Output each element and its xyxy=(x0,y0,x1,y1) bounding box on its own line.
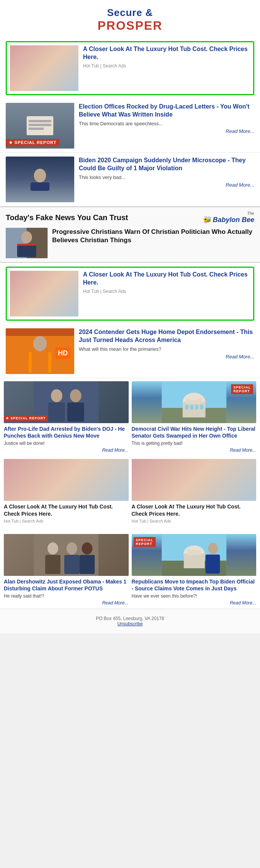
babylon-article: Progressive Christians Warn Of Christian… xyxy=(6,228,254,258)
grid-hot-tub-right-title[interactable]: A Closer Look At The Luxury Hot Tub Cost… xyxy=(132,503,257,517)
grid-item-republicans-impeach: SPECIALREPORT Republicans Move to Impeac… xyxy=(132,534,257,606)
article-biden-campaign: Biden 2020 Campaign Suddenly Under Micro… xyxy=(0,153,260,206)
babylon-article-title[interactable]: Progressive Christians Warn Of Christian… xyxy=(52,228,254,245)
babylon-header: Today's Fake News You Can Trust The 🐝 Ba… xyxy=(6,211,254,224)
grid-democrat-civil-war-title[interactable]: Democrat Civil War Hits New Height - Top… xyxy=(132,425,257,439)
svg-rect-45 xyxy=(187,550,201,555)
ad-hot-tub-2-source: Hot Tub | Search Ads xyxy=(83,289,250,294)
svg-rect-33 xyxy=(200,405,203,409)
article-biden-campaign-content: Biden 2020 Campaign Suddenly Under Micro… xyxy=(79,157,254,188)
svg-rect-40 xyxy=(80,555,95,574)
article-homedepot-readmore[interactable]: Read More... xyxy=(79,354,254,360)
svg-point-35 xyxy=(48,542,58,555)
grid-democrat-civil-war-image: SPECIALREPORT xyxy=(132,381,257,423)
article-biden-campaign-image xyxy=(6,157,74,202)
grid-row-2: Alan Dershowitz Just Exposed Obama - Mak… xyxy=(0,531,260,609)
svg-rect-32 xyxy=(195,405,198,409)
babylon-logo-the: The xyxy=(203,211,254,216)
ad-hot-tub-1-content: A Closer Look At The Luxury Hot Tub Cost… xyxy=(83,45,250,70)
grid-item-democrat-civil-war: SPECIALREPORT Democrat Civil War Hits Ne… xyxy=(132,381,257,453)
footer-address: PO Box 455, Leesburg, VA 20178 xyxy=(7,616,253,621)
grid-hot-tub-left-title[interactable]: A Closer Look At The Luxury Hot Tub Cost… xyxy=(4,503,129,517)
article-biden-campaign-title[interactable]: Biden 2020 Campaign Suddenly Under Micro… xyxy=(79,157,254,173)
svg-point-4 xyxy=(34,169,46,182)
grid-republicans-impeach-title[interactable]: Republicans Move to Impeach Top Biden Of… xyxy=(132,578,257,592)
article-election-offices-title[interactable]: Election Offices Rocked by Drug-Laced Le… xyxy=(79,103,254,119)
grid-dershowitz-desc: He really said that!? xyxy=(4,593,129,599)
ad-hot-tub-2[interactable]: A Closer Look At The Luxury Hot Tub Cost… xyxy=(6,267,254,321)
grid-prolifer-title[interactable]: After Pro-Life Dad Arrested by Biden's D… xyxy=(4,425,129,439)
logo: Secure & PROSPER xyxy=(4,7,256,33)
grid-dershowitz-image xyxy=(4,534,129,576)
svg-rect-38 xyxy=(64,555,80,574)
grid-prolifer-desc: Justice will be done! xyxy=(4,441,129,446)
article-homedepot-title[interactable]: 2024 Contender Gets Huge Home Depot Endo… xyxy=(79,328,254,344)
svg-rect-16 xyxy=(32,352,48,373)
svg-rect-23 xyxy=(67,403,84,422)
grid-prolifer-image: SPECIAL REPORT xyxy=(4,381,129,423)
svg-point-20 xyxy=(51,389,62,402)
babylon-logo-text: 🐝 Babylon Bee xyxy=(203,216,254,224)
article-homedepot-content: 2024 Contender Gets Huge Home Depot Endo… xyxy=(79,328,254,360)
svg-point-46 xyxy=(208,543,218,554)
grid-item-hot-tub-left[interactable]: A Closer Look At The Luxury Hot Tub Cost… xyxy=(4,459,129,523)
grid-dershowitz-readmore[interactable]: Read More... xyxy=(4,600,129,606)
special-report-badge-civil-war: SPECIALREPORT xyxy=(231,384,253,394)
babylon-logo: The 🐝 Babylon Bee xyxy=(203,211,254,224)
svg-rect-3 xyxy=(29,128,44,130)
article-election-offices-desc: This time Democrats are speechless... xyxy=(79,121,254,126)
ad-hot-tub-1-title[interactable]: A Closer Look At The Luxury Hot Tub Cost… xyxy=(83,45,250,61)
babylon-bee-icon: 🐝 xyxy=(203,216,213,224)
ad-hot-tub-2-title[interactable]: A Closer Look At The Luxury Hot Tub Cost… xyxy=(83,271,250,287)
special-report-badge-prolifer: SPECIAL REPORT xyxy=(4,416,48,421)
article-homedepot: HD 2024 Contender Gets Huge Home Depot E… xyxy=(0,325,260,378)
page-container: Secure & PROSPER A Closer Look At The Lu… xyxy=(0,0,260,633)
grid-prolifer-readmore[interactable]: Read More... xyxy=(4,448,129,453)
grid-dershowitz-title[interactable]: Alan Dershowitz Just Exposed Obama - Mak… xyxy=(4,578,129,592)
babylon-article-image xyxy=(6,228,48,258)
grid-item-dershowitz: Alan Dershowitz Just Exposed Obama - Mak… xyxy=(4,534,129,606)
grid-hot-tub-right-image xyxy=(132,459,257,501)
article-biden-campaign-desc: This looks very bad... xyxy=(79,174,254,180)
svg-rect-44 xyxy=(183,554,204,568)
article-biden-campaign-readmore[interactable]: Read More... xyxy=(79,182,254,188)
ad-hot-tub-1-source: Hot Tub | Search Ads xyxy=(83,63,250,69)
svg-text:HD: HD xyxy=(58,349,68,357)
svg-point-39 xyxy=(82,542,93,555)
svg-rect-21 xyxy=(48,403,65,422)
grid-hot-tub-left-image xyxy=(4,459,129,501)
svg-rect-36 xyxy=(45,555,61,574)
special-report-badge-election: SPECIAL REPORT xyxy=(6,139,59,146)
unsubscribe-link[interactable]: Unsubscribe xyxy=(117,621,143,627)
article-election-offices-image: SPECIAL REPORT xyxy=(6,103,74,149)
svg-rect-30 xyxy=(185,405,188,409)
ad-hot-tub-1-image xyxy=(10,45,78,91)
logo-prosper-text: PROSPER xyxy=(4,19,256,33)
grid-republicans-impeach-readmore[interactable]: Read More... xyxy=(132,600,257,606)
article-election-offices-readmore[interactable]: Read More... xyxy=(79,128,254,134)
svg-rect-13 xyxy=(6,328,74,336)
grid-hot-tub-right-source: Hot Tub | Search Ads xyxy=(132,519,257,523)
svg-point-9 xyxy=(21,231,32,243)
article-election-offices: SPECIAL REPORT Election Offices Rocked b… xyxy=(0,99,260,153)
footer: PO Box 455, Leesburg, VA 20178 Unsubscri… xyxy=(0,609,260,633)
grid-hot-tub-left-source: Hot Tub | Search Ads xyxy=(4,519,129,523)
grid-democrat-civil-war-readmore[interactable]: Read More... xyxy=(132,448,257,453)
grid-republicans-impeach-image: SPECIALREPORT xyxy=(132,534,257,576)
svg-rect-5 xyxy=(30,182,49,191)
ad-hot-tub-1[interactable]: A Closer Look At The Luxury Hot Tub Cost… xyxy=(6,41,254,95)
header: Secure & PROSPER xyxy=(0,0,260,37)
svg-point-22 xyxy=(70,389,81,402)
svg-point-14 xyxy=(33,336,47,351)
ad-hot-tub-2-image xyxy=(10,271,78,317)
logo-secure-text: Secure & xyxy=(107,7,153,18)
svg-rect-1 xyxy=(29,120,51,122)
grid-item-hot-tub-right[interactable]: A Closer Look At The Luxury Hot Tub Cost… xyxy=(132,459,257,523)
article-homedepot-image: HD xyxy=(6,328,74,374)
article-homedepot-desc: What will this mean for the primaries? xyxy=(79,346,254,352)
ad-hot-tub-2-content: A Closer Look At The Luxury Hot Tub Cost… xyxy=(83,271,250,296)
grid-democrat-civil-war-desc: This is getting pretty bad! xyxy=(132,441,257,446)
article-election-offices-content: Election Offices Rocked by Drug-Laced Le… xyxy=(79,103,254,134)
grid-row-ads: A Closer Look At The Luxury Hot Tub Cost… xyxy=(0,456,260,526)
grid-item-prolifer: SPECIAL REPORT After Pro-Life Dad Arrest… xyxy=(4,381,129,453)
